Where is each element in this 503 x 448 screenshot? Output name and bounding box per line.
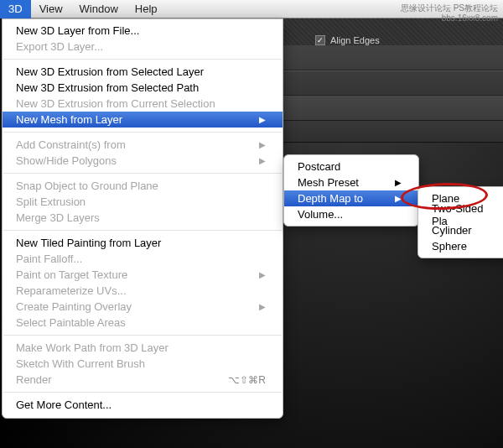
mi-merge-3d: Merge 3D Layers: [3, 210, 283, 226]
mi-new-extrusion-layer[interactable]: New 3D Extrusion from Selected Layer: [3, 64, 283, 80]
align-edges-label: Align Edges: [330, 35, 380, 45]
mi-sketch-brush: Sketch With Current Brush: [3, 356, 283, 372]
separator: [3, 59, 282, 60]
watermark: 思缘设计论坛 PS教程论坛 bbs.16xx8.com: [401, 3, 498, 23]
submenu-arrow-icon: ▶: [259, 140, 266, 149]
mi-new-3d-layer[interactable]: New 3D Layer from File...: [3, 23, 283, 39]
mi-postcard[interactable]: Postcard: [284, 159, 418, 175]
mi-sphere[interactable]: Sphere: [418, 238, 503, 254]
separator: [3, 335, 282, 336]
separator: [3, 230, 282, 231]
mi-two-sided[interactable]: Two-Sided Pla: [418, 206, 503, 222]
submenu-arrow-icon: ▶: [259, 270, 266, 279]
panel-strip-2: [282, 70, 503, 96]
mi-snap-ground: Snap Object to Ground Plane: [3, 178, 283, 194]
mi-new-extrusion-selection: New 3D Extrusion from Current Selection: [3, 96, 283, 112]
separator: [3, 132, 282, 133]
checkbox-icon: ✓: [315, 35, 325, 45]
menubar-item-help[interactable]: Help: [127, 0, 166, 18]
submenu-arrow-icon: ▶: [395, 194, 402, 203]
mi-paint-target: Paint on Target Texture▶: [3, 267, 283, 283]
panel-strip-3: [282, 96, 503, 121]
mi-select-paintable: Select Paintable Areas: [3, 315, 283, 331]
mi-reparam-uvs: Reparameterize UVs...: [3, 283, 283, 299]
menubar-item-3d[interactable]: 3D: [0, 0, 31, 18]
mi-show-hide-polygons: Show/Hide Polygons▶: [3, 153, 283, 169]
mi-add-constraints: Add Constraint(s) from▶: [3, 137, 283, 153]
mi-new-extrusion-path[interactable]: New 3D Extrusion from Selected Path: [3, 80, 283, 96]
menubar-item-window[interactable]: Window: [71, 0, 127, 18]
mi-new-tiled[interactable]: New Tiled Painting from Layer: [3, 235, 283, 251]
mi-volume[interactable]: Volume...: [284, 206, 418, 222]
menu-3d: New 3D Layer from File... Export 3D Laye…: [2, 18, 283, 419]
separator: [3, 173, 282, 174]
submenu-arrow-icon: ▶: [259, 156, 266, 165]
mi-make-work-path: Make Work Path from 3D Layer: [3, 340, 283, 356]
mi-depth-map[interactable]: Depth Map to▶: [284, 190, 418, 206]
mi-mesh-preset[interactable]: Mesh Preset▶: [284, 175, 418, 190]
panel-strip-4: [282, 121, 503, 143]
submenu-depth-map: Plane Two-Sided Pla Cylinder Sphere: [417, 186, 503, 258]
mi-create-overlay: Create Painting Overlay▶: [3, 299, 283, 315]
shortcut-label: ⌥⇧⌘R: [228, 374, 266, 386]
mi-get-more[interactable]: Get More Content...: [3, 397, 283, 413]
mi-export-3d-layer: Export 3D Layer...: [3, 39, 283, 55]
submenu-new-mesh: Postcard Mesh Preset▶ Depth Map to▶ Volu…: [283, 154, 419, 227]
menubar-item-view[interactable]: View: [31, 0, 71, 18]
mi-split-extrusion: Split Extrusion: [3, 194, 283, 210]
separator: [3, 392, 282, 393]
mi-paint-falloff: Paint Falloff...: [3, 251, 283, 267]
mi-render: Render⌥⇧⌘R: [3, 372, 283, 388]
submenu-arrow-icon: ▶: [259, 115, 266, 124]
submenu-arrow-icon: ▶: [395, 178, 402, 187]
mi-new-mesh[interactable]: New Mesh from Layer▶: [3, 112, 283, 128]
align-edges-checkbox[interactable]: ✓ Align Edges: [315, 35, 380, 45]
submenu-arrow-icon: ▶: [259, 302, 266, 311]
